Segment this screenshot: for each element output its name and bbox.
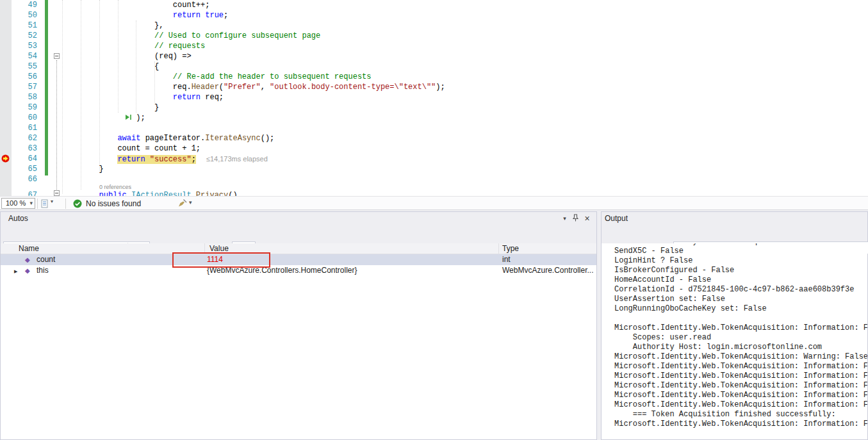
line-number: 54: [12, 51, 38, 61]
output-line: SendX5C - False: [614, 247, 867, 256]
grid-header: Name Value Type: [1, 243, 596, 254]
code-line-54[interactable]: (req) =>: [62, 51, 445, 61]
output-line: UserAssertion set: False: [614, 295, 867, 304]
variable-icon: ◆: [25, 254, 30, 265]
expander-icon[interactable]: ▶: [14, 266, 17, 277]
variable-type: WebMvcAzure.Controller...: [502, 265, 594, 276]
column-separator[interactable]: [498, 243, 499, 254]
line-number: 57: [12, 82, 38, 92]
output-title-bar[interactable]: Output: [602, 212, 867, 225]
window-position-chevron-icon[interactable]: ▾: [560, 214, 569, 224]
variable-row-count[interactable]: ◆count1114int: [1, 254, 596, 265]
autos-panel: Autos ▾ × ▾ ↑: [0, 211, 597, 440]
code-line-56[interactable]: // Re-add the header to subsequent reque…: [62, 72, 445, 82]
fold-collapse-icon[interactable]: [54, 190, 60, 196]
line-number: 49: [12, 0, 38, 10]
visual-studio-window: 49505152535455565758596061626364656667 c…: [0, 0, 868, 440]
perf-tip: ≤14,173ms elapsed: [206, 155, 268, 163]
zoom-level-value: 100 %: [6, 199, 26, 207]
editor-status-strip: 100 % ▾ ▾ No issues found ▾: [0, 196, 868, 210]
autos-toolbar: ▾ ↑ ↓ Search Depth: 3 ▾ ab: [1, 225, 596, 243]
current-statement-highlight: return "success";: [117, 155, 195, 164]
line-number-gutter: 49505152535455565758596061626364656667: [12, 0, 38, 196]
value-annotation-box: [172, 252, 270, 268]
output-line: Microsoft.Identity.Web.TokenAcquisition:…: [614, 323, 867, 333]
variable-row-this[interactable]: ▶◆this{WebMvcAzure.Controllers.HomeContr…: [1, 265, 596, 276]
chevron-down-icon[interactable]: ▾: [189, 199, 192, 206]
variable-type: int: [502, 254, 511, 265]
no-issues-check-icon: [73, 199, 82, 208]
current-statement-breakpoint-icon[interactable]: [1, 154, 10, 163]
line-number: 65: [12, 164, 38, 174]
output-line: Authority Host: login.microsoftonline.co…: [614, 343, 867, 352]
variable-name: count: [37, 254, 55, 265]
output-line: Microsoft.Identity.Web.TokenAcquisition:…: [614, 362, 867, 371]
code-line-65[interactable]: }: [62, 164, 445, 174]
column-header-type[interactable]: Type: [502, 243, 519, 254]
autos-title: Autos: [8, 214, 28, 223]
output-line: Microsoft.Identity.Web.TokenAcquisition:…: [614, 352, 867, 362]
code-line-61[interactable]: [62, 123, 445, 133]
line-number: 50: [12, 10, 38, 20]
output-line: Microsoft.Identity.Web.TokenAcquisition:…: [614, 371, 867, 381]
chevron-down-icon: ▾: [51, 199, 53, 204]
code-line-66[interactable]: [62, 174, 445, 184]
health-status-label: No issues found: [86, 197, 141, 211]
line-number: 53: [12, 41, 38, 51]
chevron-down-icon: ▾: [29, 199, 33, 208]
output-line: Microsoft.Identity.Web.TokenAcquisition:…: [614, 391, 867, 400]
close-window-icon[interactable]: ×: [582, 214, 592, 224]
code-line-57[interactable]: req.Header("Prefer", "outlook.body-conte…: [62, 82, 445, 92]
output-line: Microsoft.Identity.Web.TokenAcquisition:…: [614, 420, 867, 429]
output-line: LongRunningOboCacheKey set: False: [614, 304, 867, 314]
column-header-name[interactable]: Name: [19, 243, 39, 254]
line-number: 61: [12, 123, 38, 133]
code-cleanup-broom-icon[interactable]: [177, 199, 188, 209]
document-health-icon[interactable]: [41, 199, 49, 208]
code-line-59[interactable]: }: [62, 102, 445, 113]
line-number: 60: [12, 113, 38, 123]
separator: [65, 199, 66, 209]
output-line: Microsoft.Identity.Web.TokenAcquisition:…: [614, 400, 867, 410]
fold-structure-line: [56, 60, 57, 190]
output-line: [614, 314, 867, 323]
zoom-level-dropdown[interactable]: 100 % ▾: [1, 198, 35, 209]
output-line: === Token Acquisition finished successfu…: [614, 410, 867, 420]
line-number: 52: [12, 31, 38, 41]
code-line-55[interactable]: {: [62, 61, 445, 72]
output-title: Output: [605, 214, 628, 223]
output-log[interactable]: Microsoft.Identity.Web.TokenAcquisition:…: [602, 243, 867, 439]
output-panel: Output Show output from: Debug ▾ Microso…: [601, 211, 868, 440]
fold-collapse-icon[interactable]: [54, 53, 60, 59]
autos-title-bar[interactable]: Autos ▾ ×: [1, 212, 596, 225]
codelens-references[interactable]: 0 references: [62, 184, 445, 190]
code-line-64[interactable]: return "success";≤14,173ms elapsed: [62, 154, 445, 164]
variable-name: this: [37, 265, 49, 276]
code-line-53[interactable]: // requests: [62, 41, 445, 51]
separator: [37, 199, 38, 209]
breakpoint-margin[interactable]: [0, 0, 12, 196]
code-editor[interactable]: 49505152535455565758596061626364656667 c…: [0, 0, 868, 196]
line-number: 59: [12, 102, 38, 113]
code-line-58[interactable]: return req;: [62, 92, 445, 102]
code-line-49[interactable]: count++;: [62, 0, 445, 10]
line-number: 63: [12, 143, 38, 154]
code-line-51[interactable]: },: [62, 20, 445, 31]
variable-icon: ◆: [25, 265, 30, 276]
output-line: LoginHint ? False: [614, 256, 867, 266]
code-line-62[interactable]: await pageIterator.IterateAsync();: [62, 133, 445, 143]
change-tracking-bar: [45, 0, 48, 175]
code-text-area[interactable]: count++; return true; }, // Used to conf…: [62, 0, 445, 196]
line-number: 67: [12, 190, 38, 196]
code-line-52[interactable]: // Used to configure subsequent page: [62, 31, 445, 41]
code-line-60[interactable]: );: [62, 113, 445, 123]
code-line-50[interactable]: return true;: [62, 10, 445, 20]
code-line-63[interactable]: count = count + 1;: [62, 143, 445, 154]
line-number: 51: [12, 20, 38, 31]
line-number: 58: [12, 92, 38, 102]
code-line-67[interactable]: public IActionResult Privacy(): [62, 190, 445, 196]
run-marker-icon[interactable]: [125, 114, 132, 120]
pin-window-icon[interactable]: [571, 214, 580, 224]
output-line: Microsoft.Identity.Web.TokenAcquisition:…: [614, 381, 867, 391]
variables-grid: ◆count1114int▶◆this{WebMvcAzure.Controll…: [1, 254, 596, 276]
